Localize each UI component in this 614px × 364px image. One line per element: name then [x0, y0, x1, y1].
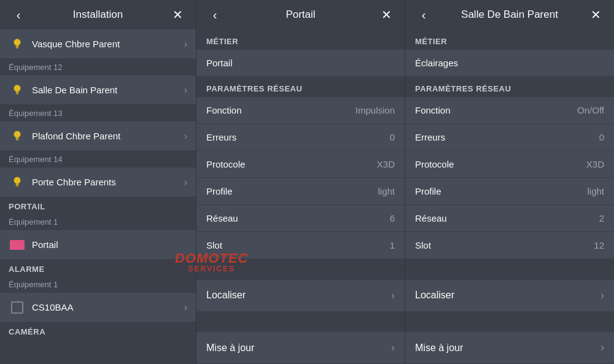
middle-metier-value-row: Portail — [196, 50, 405, 77]
right-metier-value-row: Éclairages — [405, 50, 614, 77]
left-back-button[interactable]: ‹ — [10, 8, 27, 22]
list-item-label: Vasque Chbre Parent — [32, 39, 184, 49]
right-row-fonction: Fonction On/Off — [405, 97, 614, 124]
svg-point-9 — [14, 177, 21, 184]
action-label: Localiser — [206, 290, 246, 301]
chevron-right-icon: › — [184, 131, 187, 142]
bulb-icon — [9, 174, 26, 191]
row-value: 2 — [599, 213, 604, 223]
svg-point-0 — [14, 39, 21, 45]
middle-back-button[interactable]: ‹ — [206, 8, 223, 22]
chevron-right-icon: › — [391, 341, 395, 354]
row-label: Fonction — [415, 105, 451, 115]
right-panel: ‹ Salle De Bain Parent ✕ MÉTIER Éclairag… — [405, 0, 614, 364]
right-localiser-button[interactable]: Localiser › — [405, 280, 614, 312]
svg-rect-8 — [16, 139, 18, 141]
row-label: Réseau — [415, 213, 447, 223]
svg-rect-7 — [16, 137, 19, 139]
middle-close-button[interactable]: ✕ — [378, 7, 395, 22]
row-value: 6 — [390, 213, 395, 223]
svg-point-3 — [14, 85, 21, 91]
chevron-right-icon: › — [391, 289, 395, 302]
list-item[interactable]: Vasque Chbre Parent › — [0, 29, 196, 59]
portail-icon — [9, 236, 26, 254]
middle-miseajour-button[interactable]: Mise à jour › — [196, 332, 405, 364]
left-panel: ‹ Installation ✕ Vasque Chbre Parent › É… — [0, 0, 196, 364]
list-item[interactable]: Porte Chbre Parents › — [0, 168, 196, 197]
row-value: 0 — [599, 132, 604, 142]
row-value: X3D — [586, 159, 604, 169]
right-row-protocole: Protocole X3D — [405, 151, 614, 178]
row-label: Erreurs — [415, 132, 445, 142]
middle-row-erreurs: Erreurs 0 — [196, 124, 405, 151]
middle-params-section: PARAMÈTRES RÉSEAU — [196, 77, 405, 97]
row-label: Protocole — [206, 159, 245, 169]
middle-metier-section: MÉTIER — [196, 29, 405, 50]
list-item[interactable]: Salle De Bain Parent › — [0, 76, 196, 105]
row-value: 0 — [390, 132, 395, 142]
right-miseajour-button[interactable]: Mise à jour › — [405, 332, 614, 364]
bulb-icon — [9, 36, 26, 53]
section-label-camera: CAMÉRA — [0, 322, 196, 339]
right-row-profile: Profile light — [405, 178, 614, 205]
middle-row-fonction: Fonction Impulsion — [196, 97, 405, 124]
list-item-label: Porte Chbre Parents — [32, 177, 184, 187]
row-label: Profile — [415, 186, 441, 196]
left-close-button[interactable]: ✕ — [169, 7, 186, 22]
list-item-portail[interactable]: Portail — [0, 230, 196, 260]
svg-rect-4 — [16, 91, 19, 93]
chevron-right-icon: › — [184, 39, 187, 50]
chevron-right-icon: › — [184, 177, 187, 188]
right-header: ‹ Salle De Bain Parent ✕ — [405, 0, 614, 29]
chevron-right-icon: › — [184, 85, 187, 96]
right-row-reseau: Réseau 2 — [405, 205, 614, 232]
right-close-button[interactable]: ✕ — [587, 7, 604, 22]
middle-row-slot: Slot 1 — [196, 232, 405, 259]
section-header-equipement1a: Équipement 1 — [0, 214, 196, 230]
row-label: Slot — [206, 240, 222, 250]
row-value: Impulsion — [356, 105, 395, 115]
svg-rect-1 — [16, 45, 19, 47]
middle-row-profile: Profile light — [196, 178, 405, 205]
row-label: Réseau — [206, 213, 238, 223]
action-label: Mise à jour — [206, 343, 254, 354]
row-value: 12 — [594, 240, 604, 250]
row-value: On/Off — [577, 105, 604, 115]
section-header-equipement1b: Équipement 1 — [0, 276, 196, 293]
alarm-icon — [9, 299, 26, 316]
left-header: ‹ Installation ✕ — [0, 0, 196, 29]
list-item-label: Plafond Chbre Parent — [32, 131, 184, 141]
row-label: Fonction — [206, 105, 242, 115]
list-item-label: Salle De Bain Parent — [32, 85, 184, 95]
svg-rect-11 — [16, 185, 18, 187]
chevron-right-icon: › — [600, 341, 604, 354]
action-label: Localiser — [415, 290, 454, 301]
row-label: Profile — [206, 186, 233, 196]
svg-rect-2 — [16, 47, 18, 48]
middle-metier-value: Portail — [206, 58, 233, 68]
list-item-cs10baa[interactable]: CS10BAA › — [0, 293, 196, 322]
row-value: light — [587, 186, 604, 196]
left-title: Installation — [27, 9, 169, 21]
right-row-slot: Slot 12 — [405, 232, 614, 259]
chevron-right-icon: › — [184, 302, 187, 313]
right-metier-value: Éclairages — [415, 58, 458, 68]
right-back-button[interactable]: ‹ — [415, 8, 432, 22]
row-value: X3D — [377, 159, 395, 169]
section-label-portail: PORTAIL — [0, 197, 196, 214]
row-label: Erreurs — [206, 132, 236, 142]
list-item[interactable]: Plafond Chbre Parent › — [0, 122, 196, 151]
svg-rect-10 — [16, 184, 19, 185]
right-row-erreurs: Erreurs 0 — [405, 124, 614, 151]
list-item-label: CS10BAA — [32, 302, 184, 312]
section-header-equipement14: Équipement 14 — [0, 151, 196, 168]
middle-localiser-button[interactable]: Localiser › — [196, 280, 405, 312]
list-item-label: Portail — [32, 239, 187, 250]
row-label: Protocole — [415, 159, 454, 169]
action-label: Mise à jour — [415, 343, 463, 354]
svg-rect-5 — [16, 93, 18, 95]
section-label-alarme: ALARME — [0, 260, 196, 276]
section-header-equipement12: Équipement 12 — [0, 59, 196, 76]
middle-header: ‹ Portail ✕ — [196, 0, 405, 29]
bulb-icon — [9, 82, 26, 99]
